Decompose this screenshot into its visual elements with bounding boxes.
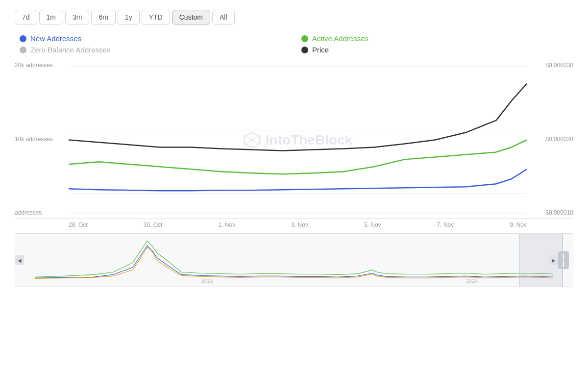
mini-year-2022: 2022 <box>201 278 213 284</box>
time-btn-7d[interactable]: 7d <box>15 10 37 24</box>
mini-chart[interactable]: 2022 2024 ◀ ▶ <box>15 233 573 287</box>
chart-area: 20k addresses 10k addresses addresses $0… <box>15 62 573 219</box>
chart-wrapper: 20k addresses 10k addresses addresses $0… <box>15 62 573 287</box>
legend-label-price: Price <box>312 46 329 54</box>
mini-nav-right[interactable]: ▶ <box>549 255 558 265</box>
svg-rect-8 <box>15 234 573 287</box>
x-label-28-Oct: 28. Oct <box>69 221 88 228</box>
mini-year-2024: 2024 <box>466 278 478 284</box>
y-left-mid: 10k addresses <box>15 136 53 143</box>
time-btn-1m[interactable]: 1m <box>39 10 63 24</box>
legend-label-active-addresses: Active Addresses <box>312 34 368 43</box>
legend-dot-new-addresses <box>20 35 26 42</box>
y-right-top: $0.000030 <box>545 62 573 69</box>
legend-dot-price <box>301 47 308 53</box>
time-btn-3m[interactable]: 3m <box>65 10 89 24</box>
mini-scroll-handle[interactable] <box>558 251 569 269</box>
x-label-5-Nov: 5. Nov <box>364 221 381 228</box>
y-axis-left: 20k addresses 10k addresses addresses <box>15 62 53 218</box>
legend-dot-zero-balance <box>20 47 26 53</box>
main-container: 7d1m3m6m1yYTDCustomAll New AddressesActi… <box>0 0 588 392</box>
time-range-bar: 7d1m3m6m1yYTDCustomAll <box>15 10 573 24</box>
x-axis: 28. Oct30. Oct1. Nov3. Nov5. Nov7. Nov9.… <box>15 219 573 228</box>
y-left-top: 20k addresses <box>15 62 53 69</box>
time-btn-1y[interactable]: 1y <box>118 10 140 24</box>
y-right-mid: $0.000020 <box>545 136 573 143</box>
y-right-bot: $0.000010 <box>545 209 573 216</box>
x-label-30-Oct: 30. Oct <box>144 221 163 228</box>
legend-item-price[interactable]: Price <box>301 46 573 54</box>
y-axis-right: $0.000030 $0.000020 $0.000010 <box>545 62 573 218</box>
time-btn-custom[interactable]: Custom <box>172 10 210 24</box>
x-label-3-Nov: 3. Nov <box>291 221 308 228</box>
legend: New AddressesActive AddressesZero Balanc… <box>15 34 573 54</box>
x-label-7-Nov: 7. Nov <box>437 221 454 228</box>
y-left-bot: addresses <box>15 209 53 216</box>
legend-item-active-addresses[interactable]: Active Addresses <box>301 34 573 43</box>
legend-label-new-addresses: New Addresses <box>30 34 81 43</box>
time-btn-ytd[interactable]: YTD <box>142 10 170 24</box>
time-btn-6m[interactable]: 6m <box>91 10 115 24</box>
legend-item-new-addresses[interactable]: New Addresses <box>20 34 292 43</box>
legend-item-zero-balance[interactable]: Zero Balance Addresses <box>20 46 292 54</box>
x-label-9-Nov: 9. Nov <box>510 221 527 228</box>
chart-svg: IntoTheBlock <box>69 62 527 218</box>
mini-nav-left[interactable]: ◀ <box>15 255 24 265</box>
x-label-1-Nov: 1. Nov <box>218 221 235 228</box>
legend-label-zero-balance: Zero Balance Addresses <box>30 46 110 54</box>
legend-dot-active-addresses <box>301 35 308 42</box>
time-btn-all[interactable]: All <box>212 10 235 24</box>
